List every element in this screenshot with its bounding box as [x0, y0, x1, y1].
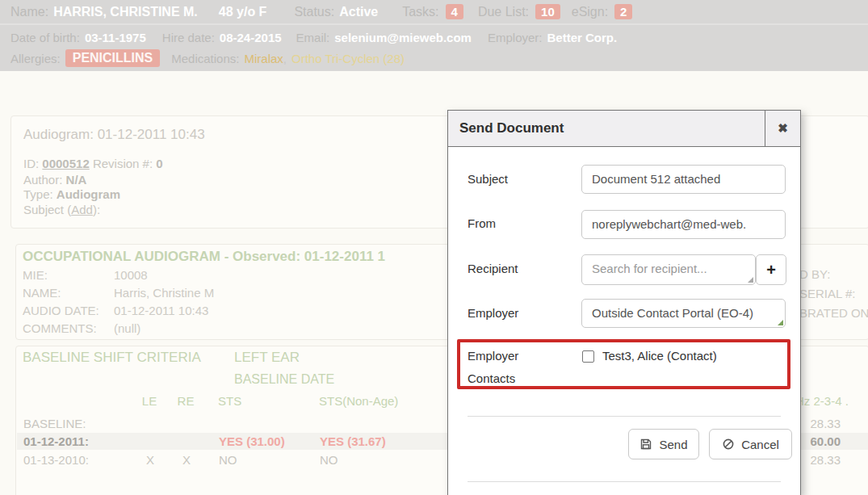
recipient-label: Recipient [468, 262, 518, 275]
cancel-button[interactable]: Cancel [709, 429, 792, 459]
fragment-tested-by: D BY: [799, 267, 830, 281]
table-row: NAME: Harris, Christine M [23, 286, 61, 300]
esign-label: eSign: [572, 5, 608, 19]
plus-icon: + [766, 261, 776, 279]
dob-label: Date of birth: [10, 31, 80, 44]
patient-header-row1: Name: HARRIS, CHRISTINE M. 48 y/o F Stat… [0, 0, 868, 25]
modal-header: Send Document ✖ [448, 111, 800, 147]
document-header: Audiogram: 01-12-2011 10:43 [23, 127, 205, 143]
table-row: COMMENTS: (null) [23, 321, 97, 335]
patient-header-bar: Name: HARRIS, CHRISTINE M. 48 y/o F Stat… [0, 0, 868, 71]
employer-field-label: Employer [468, 306, 518, 320]
document-type-line: Type: Audiogram [23, 187, 120, 201]
contact-checkbox[interactable] [582, 350, 594, 363]
allergies-label: Allergies: [10, 52, 61, 65]
col-header-sts-nonage: STS(Non-Age) [319, 394, 398, 408]
patient-status: Active [339, 5, 378, 19]
patient-header-row3: Allergies: PENICILLINS Medications: Mira… [0, 48, 868, 68]
subject-label: Subject [468, 172, 508, 186]
footer-divider [468, 416, 781, 417]
recipient-placeholder: Search for recipient... [592, 262, 707, 275]
email-label: Email: [296, 31, 330, 44]
contact-option-label: Test3, Alice (Contact) [602, 349, 717, 363]
patient-name: HARRIS, CHRISTINE M. [53, 5, 198, 19]
medication-separator: , [283, 52, 287, 65]
ban-icon [722, 438, 735, 451]
from-input[interactable]: noreplywebchart@med-web. [581, 210, 786, 239]
baseline-criteria-title: BASELINE SHIFT CRITERIA [23, 350, 201, 366]
status-label: Status: [294, 5, 334, 19]
tasks-count-badge: 4 [446, 4, 463, 19]
col-header-hz: Hz 2-3-4 . [795, 394, 849, 408]
dob-value: 03-11-1975 [85, 31, 146, 44]
fragment-serial: SERIAL #: [799, 287, 855, 300]
resize-grip-icon[interactable] [748, 277, 753, 283]
resize-grip-icon[interactable] [778, 320, 783, 325]
medication-link-ortho: Ortho Tri-Cyclen (28) [291, 52, 405, 65]
close-button[interactable]: ✖ [765, 111, 800, 146]
hire-date-value: 08-24-2015 [220, 31, 282, 44]
revision-value: 0 [156, 157, 162, 170]
col-header-sts: STS [218, 394, 241, 408]
email-value: selenium@mieweb.com [334, 31, 472, 44]
document-id-line: ID: 0000512 Revision #: 0 [23, 157, 163, 170]
baseline-date-group: BASELINE DATE [234, 372, 334, 387]
document-id-link: 0000512 [42, 157, 89, 170]
subject-input[interactable]: Document 512 attached [581, 165, 786, 194]
allergy-badge: PENICILLINS [65, 49, 161, 67]
send-button[interactable]: Send [628, 429, 699, 459]
medication-link-miralax: Miralax [244, 52, 283, 65]
author-value: N/A [66, 173, 87, 187]
employer-value: Better Corp. [547, 31, 617, 44]
col-header-re: RE [172, 394, 199, 408]
name-label: Name: [10, 5, 48, 19]
left-ear-title: LEFT EAR [234, 350, 300, 366]
employer-select[interactable]: Outside Contact Portal (EO-4) [581, 299, 786, 328]
employer-label: Employer: [488, 31, 543, 44]
due-list-label: Due List: [478, 5, 529, 19]
col-header-le: LE [136, 394, 163, 408]
document-author-line: Author: N/A [23, 173, 86, 187]
save-icon [639, 438, 652, 451]
medications-label: Medications: [171, 52, 239, 65]
type-value: Audiogram [57, 187, 120, 201]
hire-date-label: Hire date: [162, 31, 215, 44]
add-recipient-button[interactable]: + [756, 254, 786, 285]
from-label: From [468, 216, 496, 230]
close-icon: ✖ [778, 121, 788, 136]
patient-age-sex: 48 y/o F [219, 5, 267, 19]
subject-add-link: Add [71, 203, 93, 216]
send-document-modal: Send Document ✖ Subject Document 512 att… [447, 110, 801, 495]
table-row: AUDIO DATE: 01-12-2011 10:43 [23, 304, 99, 317]
patient-header-row2: Date of birth: 03-11-1975 Hire date: 08-… [0, 27, 868, 48]
document-subject-line: Subject (Add): [23, 203, 100, 216]
esign-count-badge: 2 [614, 4, 632, 19]
fragment-calibrated: BRATED ON [799, 306, 868, 320]
modal-title: Send Document [448, 111, 765, 146]
audiogram-title: OCCUPATIONAL AUDIOGRAM - Observed: 01-12… [23, 249, 385, 265]
due-list-count-badge: 10 [535, 4, 560, 19]
bottom-divider [468, 481, 781, 482]
tasks-label: Tasks: [402, 5, 438, 19]
employer-contacts-label: Employer Contacts [468, 345, 518, 390]
table-row: MIE: 10008 [23, 268, 48, 282]
recipient-search-input[interactable]: Search for recipient... [581, 254, 756, 285]
